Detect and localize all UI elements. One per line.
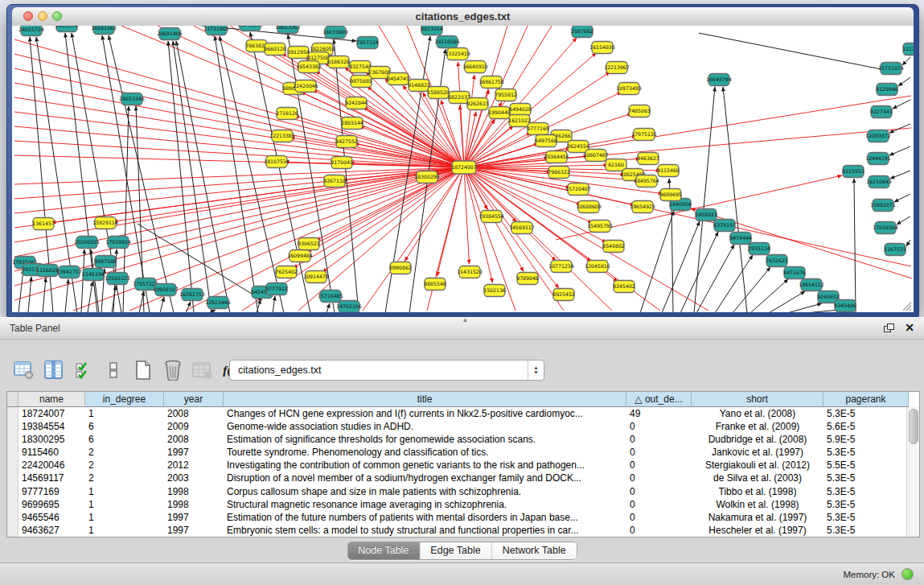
graph-node[interactable]: 15272599 (237, 26, 263, 31)
table-row[interactable]: 946362711997Embryonic stem cells: a mode… (7, 524, 919, 537)
new-table-icon[interactable] (132, 360, 154, 381)
table-row[interactable]: 1938455462009Genome-wide association stu… (7, 420, 919, 433)
graph-node[interactable]: 1145194 (82, 269, 105, 281)
graph-node[interactable]: 9245402 (613, 281, 635, 293)
graph-node[interactable]: 15720407 (565, 183, 591, 196)
graph-node[interactable]: 12505123 (105, 273, 130, 285)
table-row[interactable]: 1456911722003Disruption of a novel membe… (7, 472, 919, 484)
graph-node[interactable]: 16648794 (706, 74, 732, 86)
graph-node[interactable]: 10973493 (616, 83, 642, 95)
graph-node[interactable]: 9306521 (298, 238, 320, 250)
graph-node[interactable]: 9699695 (659, 189, 682, 201)
column-header-in_degree[interactable]: in_degree (85, 392, 164, 407)
graph-node[interactable]: 9242844 (345, 97, 368, 109)
graph-node[interactable]: 8549802 (602, 241, 625, 253)
graph-node[interactable]: 11431520 (457, 266, 483, 278)
graph-node[interactable]: 7485063 (628, 105, 651, 117)
graph-node[interactable]: 19654923 (630, 201, 655, 213)
graph-node[interactable]: 9129946 (876, 84, 898, 96)
graph-node[interactable]: 14702106 (336, 301, 362, 313)
graph-node[interactable]: 22420046 (293, 80, 318, 93)
graph-node[interactable]: 3912954 (287, 47, 310, 59)
graph-node[interactable]: 8186328 (327, 56, 350, 68)
import-table-icon[interactable] (191, 360, 213, 381)
splitter-handle-icon[interactable]: ▲ (462, 316, 469, 323)
graph-node[interactable]: 1588520 (427, 87, 450, 99)
graph-node[interactable]: 9789048 (516, 273, 539, 285)
graph-node[interactable]: 2087682 (571, 26, 593, 38)
graph-node[interactable]: 9875685 (350, 76, 372, 88)
tab-network-table[interactable]: Network Table (492, 542, 577, 559)
tab-node-table[interactable]: Node Table (347, 542, 420, 559)
graph-node[interactable]: 9170041 (331, 157, 353, 169)
table-row[interactable]: 911546021997Tourette syndrome. Phenomeno… (7, 446, 919, 459)
select-all-icon[interactable] (72, 360, 94, 381)
graph-node[interactable]: 18300295 (414, 171, 440, 183)
graph-node[interactable]: 9262615 (466, 98, 489, 110)
graph-node[interactable]: 10914479 (303, 271, 329, 283)
graph-node[interactable]: 6379197 (713, 220, 736, 232)
graph-node[interactable]: 7986322 (548, 167, 570, 179)
graph-node[interactable]: 9097588 (94, 256, 117, 268)
graph-node[interactable]: 10654112 (799, 279, 824, 291)
graph-node[interactable]: 9345406 (834, 300, 856, 312)
graph-node[interactable]: 20691406 (157, 28, 183, 40)
graph-node[interactable]: 15751074 (878, 63, 904, 75)
graph-node[interactable]: 24055724 (18, 26, 44, 36)
graph-node[interactable]: 15992071 (870, 200, 896, 212)
graph-node[interactable]: 16543382 (296, 61, 322, 73)
graph-node[interactable]: 11731800 (203, 26, 229, 35)
graph-node[interactable]: 15929114 (92, 217, 118, 229)
graph-node[interactable]: 9660128 (264, 43, 286, 56)
zoom-window-button[interactable] (52, 11, 62, 21)
graph-node[interactable]: 12213967 (604, 62, 630, 74)
graph-node[interactable]: 16099484 (287, 250, 313, 262)
graph-node[interactable]: 1990448 (488, 107, 511, 119)
graph-node[interactable]: 9227343 (870, 106, 893, 118)
graph-node[interactable]: 2718126 (276, 108, 298, 120)
graph-node[interactable]: 17939924 (105, 237, 131, 249)
column-header-out_de[interactable]: △ out_de... (626, 392, 692, 407)
graph-node[interactable]: 29053346 (119, 93, 145, 105)
graph-node[interactable]: 8813054 (421, 26, 443, 35)
graph-node[interactable]: 8427552 (335, 136, 358, 148)
graph-node[interactable]: 8925452 (552, 289, 575, 301)
graph-node[interactable]: 13325419 (445, 48, 470, 60)
column-header-year[interactable]: year (164, 392, 224, 407)
graph-node[interactable]: 7632621 (766, 255, 788, 267)
column-header-pagerank[interactable]: pagerank (823, 392, 909, 407)
graph-node[interactable]: 10771234 (548, 261, 574, 273)
graph-node[interactable]: 16640910 (462, 61, 488, 73)
graph-node[interactable]: 12923446 (205, 297, 231, 309)
graph-node[interactable]: 10958107 (153, 284, 179, 296)
graph-node[interactable]: 10807487 (583, 150, 609, 162)
graph-node[interactable]: 8471676 (783, 267, 806, 279)
graph-node[interactable]: 1502136 (483, 285, 506, 297)
graph-node[interactable]: 1167533 (884, 244, 906, 256)
graph-node[interactable]: 12093872 (865, 130, 891, 142)
graph-node[interactable]: 9777169 (527, 123, 549, 135)
graph-node[interactable]: 9267110 (323, 175, 346, 187)
tab-edge-table[interactable]: Edge Table (420, 542, 491, 559)
graph-hub-node[interactable]: 18724007 (451, 161, 477, 174)
graph-node[interactable]: 16033809 (322, 27, 348, 39)
close-window-button[interactable] (23, 11, 33, 21)
graph-node[interactable]: 16782753 (179, 289, 205, 301)
graph-node[interactable]: 18107534 (264, 156, 290, 168)
graph-node[interactable]: 16210643 (866, 176, 892, 188)
table-row[interactable]: 946554611997Estimation of the future num… (7, 511, 919, 524)
graph-node[interactable]: 16961758 (478, 76, 504, 89)
graph-node[interactable]: 10653267 (275, 26, 301, 34)
delete-table-icon[interactable] (162, 360, 183, 381)
table-row[interactable]: 1830029562008Estimation of significance … (7, 433, 919, 446)
graph-node[interactable]: 8990862 (389, 262, 412, 274)
table-selector-dropdown[interactable]: citations_edges.txt ▲▼ (229, 360, 544, 381)
graph-node[interactable]: 12444191 (865, 153, 891, 165)
graph-node[interactable]: 5958923 (695, 209, 717, 221)
network-canvas[interactable]: 2405572420531741658156020691406117318001… (12, 26, 914, 312)
graph-node[interactable]: 19384554 (478, 211, 504, 223)
vertical-scrollbar[interactable] (906, 407, 919, 537)
table-row[interactable]: 977716911998Corpus callosum shape and si… (7, 485, 919, 498)
float-panel-icon[interactable] (884, 323, 893, 332)
graph-node[interactable]: 9885548 (424, 278, 446, 290)
